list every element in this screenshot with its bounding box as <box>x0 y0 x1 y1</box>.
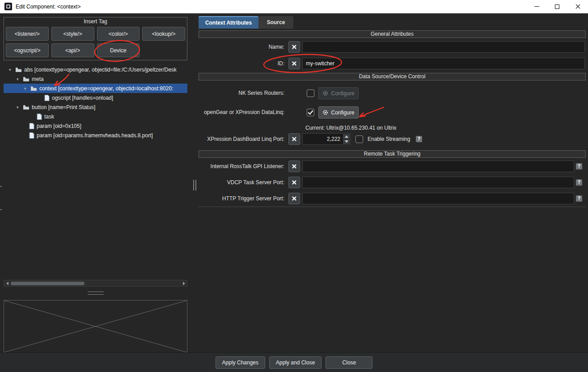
tree-item-label: abs [contexttype=opengear, objectid=file… <box>24 67 177 73</box>
scroll-right-button[interactable] <box>181 280 187 286</box>
insert-tag-group: Insert Tag <listener/> <style/> <color/>… <box>4 17 187 60</box>
close-icon <box>575 4 580 9</box>
insert-listener-button[interactable]: <listener/> <box>6 27 49 41</box>
insert-style-button[interactable]: <style/> <box>51 27 94 41</box>
file-icon <box>37 114 42 120</box>
nk-routers-checkbox[interactable] <box>307 89 314 97</box>
insert-color-button[interactable]: <color/> <box>97 27 140 41</box>
close-button[interactable] <box>567 0 588 13</box>
tree-item-label: button [name=Print Status] <box>32 104 95 110</box>
window-title: Edit Component: <context> <box>16 4 80 10</box>
clear-vdcp-port-button[interactable] <box>288 177 300 188</box>
linq-port-label: XPression DashBoard Linq Port: <box>199 133 284 145</box>
clear-port-button[interactable] <box>288 133 300 145</box>
annotation-arrowhead-configure <box>360 113 365 117</box>
tree-item-abs[interactable]: ▾ abs [contexttype=opengear, objectid=fi… <box>4 65 187 74</box>
vertical-splitter[interactable] <box>192 13 198 352</box>
clear-gpi-listener-button[interactable] <box>288 161 300 172</box>
expand-arrow-icon[interactable]: ▾ <box>24 86 30 91</box>
clear-id-button[interactable] <box>288 58 300 69</box>
check-icon <box>307 109 314 116</box>
tree-item-ogscript[interactable]: ogscript [handles=onload] <box>4 93 187 102</box>
insert-device-button[interactable]: Device <box>97 43 140 57</box>
id-input[interactable]: my-switcher <box>302 58 585 69</box>
down-arrow-icon <box>345 140 348 143</box>
vdcp-help-badge[interactable]: ? <box>576 179 582 186</box>
http-port-input[interactable] <box>302 193 574 204</box>
vdcp-label: VDCP Task Server Port: <box>199 177 284 188</box>
spinner-up-button[interactable] <box>343 134 350 139</box>
annotation-arrow-configure <box>360 107 384 117</box>
insert-tag-title: Insert Tag <box>4 17 187 26</box>
up-arrow-icon <box>345 135 348 138</box>
expand-arrow-icon[interactable]: ▾ <box>9 68 15 72</box>
nk-routers-label: NK Series Routers: <box>199 87 284 99</box>
clear-name-button[interactable] <box>288 41 300 53</box>
tree-item-label: task <box>44 114 54 120</box>
section-header-device-control: Data Source/Device Control <box>199 73 586 80</box>
horizontal-splitter[interactable] <box>88 292 104 295</box>
datalinq-label: openGear or XPression DataLinq: <box>199 106 284 118</box>
scroll-left-button[interactable] <box>4 280 10 286</box>
folder-icon <box>15 67 22 72</box>
tab-source[interactable]: Source <box>258 16 293 29</box>
insert-lookup-button[interactable]: <lookup/> <box>142 27 185 41</box>
x-icon <box>292 136 297 142</box>
right-arrow-icon <box>183 282 185 285</box>
folder-icon <box>30 85 37 91</box>
gear-icon <box>322 90 328 96</box>
tree-item-label: context [contexttype=opengear, objectid=… <box>39 85 173 92</box>
tree-horizontal-scrollbar[interactable] <box>4 280 187 287</box>
insert-api-button[interactable]: <api/> <box>51 43 94 57</box>
vdcp-port-input[interactable] <box>302 177 574 188</box>
tab-context-attributes[interactable]: Context Attributes <box>199 16 258 29</box>
expand-arrow-icon[interactable]: ▾ <box>17 105 23 110</box>
tree-item-param-port[interactable]: param [oid=params.framemvheads.heads.8.p… <box>4 131 187 140</box>
spinner-down-button[interactable] <box>343 140 350 144</box>
maximize-button[interactable] <box>547 0 567 13</box>
spinner-buttons <box>343 134 350 144</box>
gpi-listener-input[interactable] <box>302 161 574 172</box>
x-icon <box>292 61 297 66</box>
http-help-badge[interactable]: ? <box>576 195 582 202</box>
streaming-help-badge[interactable]: ? <box>416 136 422 142</box>
expand-arrow-icon[interactable]: ▾ <box>17 77 23 81</box>
name-input[interactable] <box>302 41 585 53</box>
scrollbar-thumb[interactable] <box>11 282 85 285</box>
apply-changes-button[interactable]: Apply Changes <box>216 356 265 369</box>
x-icon <box>292 44 297 50</box>
tree-item-label: ogscript [handles=onload] <box>52 95 113 101</box>
gear-icon <box>322 110 328 115</box>
tree-item-context[interactable]: ▾ context [contexttype=opengear, objecti… <box>4 84 187 93</box>
file-icon <box>29 132 34 139</box>
folder-icon <box>23 104 30 110</box>
nk-configure-button[interactable]: Configure <box>318 87 359 99</box>
id-label: ID: <box>199 58 284 69</box>
tree-item-param-0x105[interactable]: param [oid=0x105] <box>4 121 187 131</box>
component-tree: ▾ abs [contexttype=opengear, objectid=fi… <box>4 65 187 279</box>
x-icon <box>292 164 297 169</box>
apply-and-close-button[interactable]: Apply and Close <box>269 356 321 369</box>
minimize-icon <box>534 6 539 7</box>
x-icon <box>292 196 297 201</box>
footer-bar: Apply Changes Apply and Close Close <box>0 352 588 372</box>
file-icon <box>29 123 34 129</box>
tree-item-task[interactable]: task <box>4 112 187 121</box>
name-label: Name: <box>199 41 284 53</box>
clear-http-port-button[interactable] <box>288 193 300 204</box>
linq-port-spinner[interactable]: 2,222 <box>302 133 351 145</box>
tree-item-meta[interactable]: ▾ meta <box>4 74 187 84</box>
datalinq-checkbox[interactable] <box>307 109 314 116</box>
left-dock-handle[interactable] <box>0 186 2 210</box>
insert-tag-buttons: <listener/> <style/> <color/> <lookup/> … <box>4 26 187 59</box>
insert-ogscript-button[interactable]: <ogscript/> <box>6 43 49 57</box>
section-end-line <box>199 207 586 207</box>
maximize-icon <box>555 4 559 9</box>
minimize-button[interactable] <box>526 0 547 13</box>
enable-streaming-checkbox[interactable] <box>355 135 363 143</box>
datalinq-configure-button[interactable]: Configure <box>318 106 359 118</box>
app-icon <box>4 3 12 10</box>
tree-item-button[interactable]: ▾ button [name=Print Status] <box>4 102 187 112</box>
close-dialog-button[interactable]: Close <box>326 356 372 369</box>
gpi-help-badge[interactable]: ? <box>576 163 582 169</box>
